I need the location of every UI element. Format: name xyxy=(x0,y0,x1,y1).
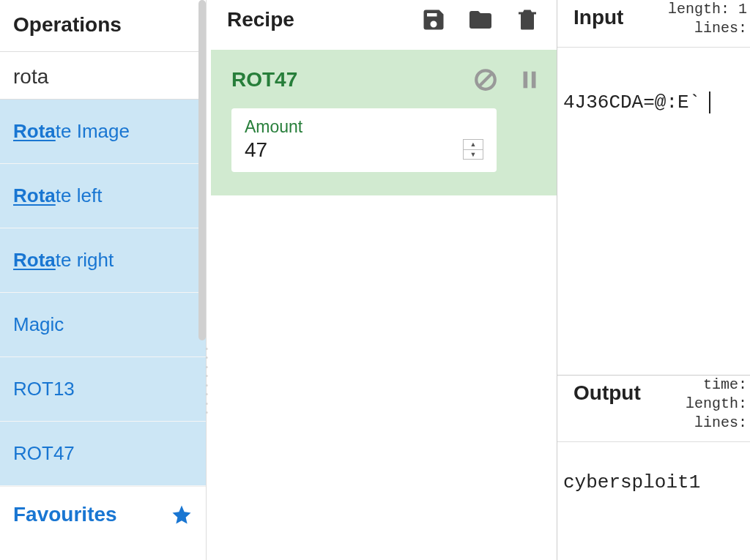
amount-argument[interactable]: Amount 47 ▲▼ xyxy=(231,108,497,172)
input-title: Input xyxy=(573,6,668,29)
operation-item[interactable]: Magic xyxy=(0,293,206,357)
input-header: Input length: 1 lines: xyxy=(557,0,750,48)
folder-icon[interactable] xyxy=(467,7,494,33)
step-down[interactable]: ▼ xyxy=(464,150,483,160)
input-stats: length: 1 lines: xyxy=(668,0,750,38)
operations-list: Rotate Image Rotate left Rotate right Ma… xyxy=(0,100,206,486)
svg-rect-2 xyxy=(524,72,528,89)
scrollbar[interactable] xyxy=(198,0,206,340)
recipe-panel: Recipe ROT47 Amount 47 ▲▼ xyxy=(207,0,557,560)
operations-search-input[interactable] xyxy=(0,52,206,100)
recipe-operation-name: ROT47 xyxy=(231,68,454,92)
disable-icon[interactable] xyxy=(473,67,498,92)
operation-item[interactable]: ROT47 xyxy=(0,422,206,486)
output-section: Output time: length: lines: cybersploit1 xyxy=(557,375,750,560)
recipe-header: Recipe xyxy=(207,0,557,43)
output-textarea[interactable]: cybersploit1 xyxy=(557,442,750,560)
amount-stepper[interactable]: ▲▼ xyxy=(463,139,483,160)
operation-item[interactable]: Rotate Image xyxy=(0,100,206,164)
trash-icon[interactable] xyxy=(514,7,541,33)
operations-panel: Operations Rotate Image Rotate left Rota… xyxy=(0,0,207,560)
recipe-body[interactable]: ROT47 Amount 47 ▲▼ xyxy=(207,50,557,560)
output-title: Output xyxy=(573,381,686,405)
recipe-title: Recipe xyxy=(227,8,400,31)
input-textarea[interactable]: 4J36CDA=@:E` xyxy=(557,48,750,375)
operations-title: Operations xyxy=(0,0,206,52)
amount-label: Amount xyxy=(245,117,483,137)
amount-value: 47 xyxy=(245,138,483,162)
input-section: Input length: 1 lines: 4J36CDA=@:E` xyxy=(557,0,750,375)
star-icon xyxy=(171,504,193,526)
panel-resize-handle[interactable] xyxy=(203,344,210,417)
favourites-category[interactable]: Favourites xyxy=(0,486,206,542)
pause-icon[interactable] xyxy=(517,67,542,92)
svg-line-1 xyxy=(480,74,492,86)
output-stats: time: length: lines: xyxy=(686,376,750,433)
svg-rect-3 xyxy=(532,72,536,89)
operation-item[interactable]: Rotate right xyxy=(0,228,206,293)
text-cursor xyxy=(697,92,710,113)
recipe-operation-card[interactable]: ROT47 Amount 47 ▲▼ xyxy=(211,50,557,195)
operation-item[interactable]: Rotate left xyxy=(0,164,206,228)
save-icon[interactable] xyxy=(420,7,447,33)
recipe-operation-header: ROT47 xyxy=(231,67,542,92)
io-panel: Input length: 1 lines: 4J36CDA=@:E` Outp… xyxy=(557,0,750,560)
operation-item[interactable]: ROT13 xyxy=(0,357,206,422)
step-up[interactable]: ▲ xyxy=(464,140,483,150)
favourites-label: Favourites xyxy=(13,503,117,526)
output-header: Output time: length: lines: xyxy=(557,376,750,442)
